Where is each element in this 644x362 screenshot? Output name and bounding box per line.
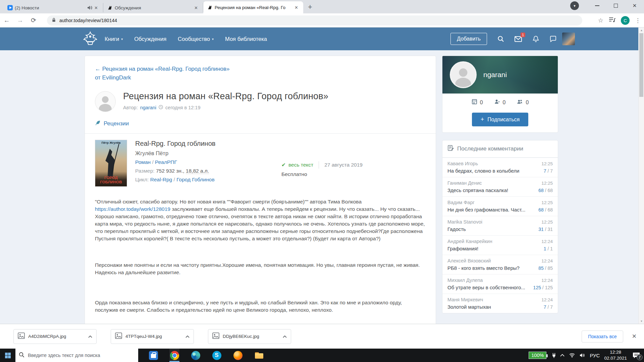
taskbar-store-icon[interactable] [148, 349, 158, 362]
action-center-icon[interactable]: 7 [631, 350, 641, 360]
user-avatar[interactable] [562, 33, 575, 45]
nav-my-library[interactable]: Моя библиотека [225, 36, 267, 42]
maximize-button[interactable] [606, 0, 625, 11]
start-button[interactable] [0, 349, 15, 362]
profile-avatar[interactable] [450, 61, 477, 88]
chevron-up-icon[interactable] [283, 334, 287, 339]
taskbar-chrome-icon[interactable] [169, 349, 179, 362]
forward-button[interactable]: → [13, 17, 27, 24]
tab-search-button[interactable]: ▾ [570, 1, 579, 10]
wifi-icon[interactable] [569, 353, 575, 358]
comment-row[interactable]: Ганиман Денис 12:25 Здесь спрятана пасха… [442, 177, 558, 196]
genre-link-roman[interactable]: Роман [135, 159, 151, 165]
book-cover[interactable]: Пётр Жгулёв ГОРОД ГОБЛИНОВ [95, 140, 127, 187]
tab-discussions[interactable]: Обсуждения ✕ [103, 3, 203, 12]
profile-username[interactable]: ngarani [483, 71, 507, 79]
show-all-downloads-button[interactable]: Показать все [582, 330, 623, 343]
taskbar-search-input[interactable] [28, 353, 128, 358]
scroll-down-arrow[interactable]: ▼ [639, 318, 644, 324]
taskbar-explorer-icon[interactable] [254, 349, 264, 362]
address-bar[interactable]: author.today/review/180144 [47, 15, 582, 25]
works-stat[interactable]: 0 [472, 99, 483, 106]
author-today-logo[interactable] [82, 31, 99, 47]
author-link[interactable]: ngarani [140, 105, 156, 110]
size-unit[interactable]: 18,82 а.л. [186, 168, 209, 174]
back-button[interactable]: ← [0, 17, 13, 24]
review-text: "Отличный сюжет, спасибо автору. Но вот … [95, 198, 426, 314]
media-control-icon[interactable] [609, 17, 615, 24]
battery-indicator[interactable]: 100% [529, 352, 546, 359]
tab-close-icon[interactable]: ✕ [293, 4, 300, 11]
bell-icon[interactable] [532, 35, 539, 43]
taskbar-firefox-icon[interactable] [233, 349, 243, 362]
page-scrollbar[interactable]: ▲ ▼ [638, 27, 644, 324]
book-author[interactable]: Жгулёв Пётр [135, 150, 215, 157]
back-to-review-link[interactable]: ← Рецензия на роман «Real-Rpg. Город гоб… [95, 65, 236, 82]
profile-card: ngarani 0 0 0 [442, 56, 558, 133]
browser-menu-icon[interactable]: ⋮ [635, 17, 641, 24]
scrollbar-thumb[interactable] [639, 33, 643, 97]
cycle-link-realrpg[interactable]: Real-Rpg [150, 177, 172, 182]
chevron-up-icon[interactable] [88, 334, 92, 339]
comment-time: 12:24 [541, 258, 553, 263]
subscribe-button[interactable]: + Подписаться [472, 113, 528, 126]
tab-close-icon[interactable]: ✕ [193, 5, 200, 11]
reviewer-avatar[interactable] [95, 91, 116, 112]
cycle-link-city[interactable]: Город Гоблинов [176, 177, 215, 182]
download-item[interactable]: DDjyBE6EKuc.jpg [208, 329, 291, 344]
book-title[interactable]: Real-Rpg. Город гоблинов [135, 140, 215, 147]
tab-title: Рецензия на роман «Real-Rpg. Го [215, 5, 291, 10]
profile-banner: ngarani [442, 56, 558, 94]
taskbar-clock[interactable]: 12:28 02.07.2021 [604, 349, 627, 361]
price-label: Бесплатно [281, 171, 363, 177]
friends-stat[interactable]: 0 [494, 99, 506, 106]
tab-review-active[interactable]: Рецензия на роман «Real-Rpg. Го ✕ [203, 1, 303, 13]
comment-row[interactable]: Андрей Канарейкин 12:24 Графомания! 1 / … [442, 235, 558, 255]
comment-work-title: Графомания! [447, 246, 478, 251]
chevron-up-icon[interactable] [185, 334, 190, 339]
tab-close-icon[interactable]: ✕ [93, 5, 100, 11]
lock-icon[interactable] [52, 17, 56, 24]
hidden-icons-chevron[interactable] [560, 354, 565, 357]
window-close-button[interactable]: ✕ [625, 0, 644, 11]
language-indicator[interactable]: РУС [590, 353, 600, 358]
download-filename: DDjyBE6EKuc.jpg [223, 334, 283, 339]
comment-row[interactable]: Маня Миркевич 12:24 Золотой мартыхан 7 /… [442, 294, 558, 313]
scroll-up-arrow[interactable]: ▲ [639, 27, 644, 33]
subscribers-stat[interactable]: 0 [517, 99, 529, 106]
download-item[interactable]: 4TPTqeuJ-W4.jpg [111, 329, 194, 344]
comment-row[interactable]: Каваев Игорь 12:25 На бедрах, словно в к… [442, 158, 558, 177]
chat-icon[interactable] [549, 35, 557, 43]
work-link[interactable]: https://author.today/work/128019 [95, 206, 170, 212]
tab-audio-icon[interactable] [87, 5, 93, 10]
browser-profile-avatar[interactable]: C [621, 16, 630, 25]
works-icon [472, 99, 477, 106]
category-link[interactable]: Рецензии [104, 120, 129, 127]
plug-icon[interactable] [552, 353, 556, 358]
new-tab-button[interactable]: + [308, 3, 312, 11]
minimize-button[interactable] [588, 0, 606, 11]
comment-row[interactable]: Михаил Дулепа 12:24 Об утрате веры в соб… [442, 274, 558, 294]
reload-button[interactable]: ⟳ [27, 16, 40, 24]
bookmark-star-icon[interactable]: ☆ [598, 17, 603, 24]
comment-row[interactable]: Алексей Вязовский 12:24 РБ8 - кого взять… [442, 255, 558, 274]
mail-icon[interactable]: 1 [515, 35, 522, 43]
nav-discussions[interactable]: Обсуждения [134, 36, 166, 42]
comment-row[interactable]: Marika Stanovoi 12:25 Гадость 31 / 31 [442, 216, 558, 235]
taskbar-search[interactable] [15, 349, 138, 362]
taskbar-edge-icon[interactable] [191, 349, 201, 362]
genre-link-realrpg[interactable]: РеалРПГ [155, 159, 177, 165]
comments-icon [447, 145, 454, 153]
clock-time: 12:28 [604, 349, 627, 355]
comment-row[interactable]: Вадим Фарг 12:25 Ни дня без графоманства… [442, 196, 558, 216]
taskbar-skype-icon[interactable]: S [212, 349, 222, 362]
add-button[interactable]: Добавить [450, 33, 487, 45]
search-icon[interactable] [497, 35, 504, 43]
download-item[interactable]: A4D2ibMCRpA.jpg [13, 329, 97, 344]
clock-icon [159, 105, 163, 110]
nav-books[interactable]: Книги▾ [105, 36, 123, 42]
volume-icon[interactable] [580, 353, 585, 358]
nav-community[interactable]: Сообщество▾ [178, 36, 214, 42]
downloads-close-icon[interactable]: ✕ [632, 333, 637, 340]
tab-news[interactable]: (2) Новости ✕ [3, 3, 103, 12]
